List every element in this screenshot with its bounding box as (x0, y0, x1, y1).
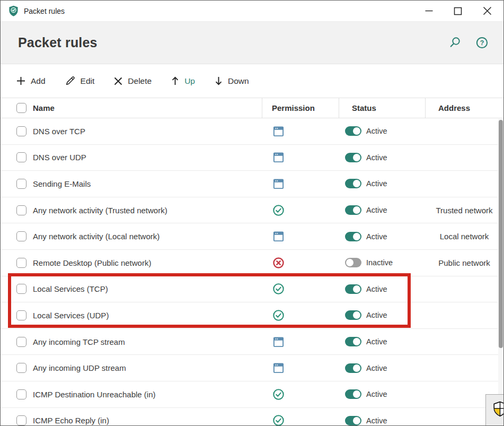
close-button[interactable] (481, 5, 493, 17)
help-icon[interactable]: ? (475, 37, 488, 49)
status-toggle[interactable] (345, 153, 361, 162)
app-window-icon (272, 336, 285, 348)
status-toggle[interactable] (345, 363, 361, 373)
allow-check-icon (272, 204, 285, 216)
app-window-icon (272, 151, 285, 163)
table-row[interactable]: Any network activity (Local network) (1, 223, 503, 250)
row-checkbox[interactable] (16, 231, 26, 241)
allow-check-icon (272, 414, 285, 425)
kaspersky-shield-icon (8, 5, 19, 17)
rule-name: DNS over TCP (33, 127, 85, 136)
table-row[interactable]: Remote Desktop (Public network) (1, 250, 503, 276)
select-all-checkbox[interactable] (16, 103, 26, 113)
row-checkbox[interactable] (16, 126, 26, 136)
row-checkbox[interactable] (16, 363, 26, 373)
row-checkbox[interactable] (16, 152, 26, 162)
maximize-button[interactable] (452, 5, 464, 17)
title-bar: Packet rules (1, 1, 503, 22)
delete-label: Delete (128, 76, 152, 86)
status-label: Active (366, 206, 387, 214)
x-icon (114, 77, 122, 85)
table-row[interactable]: ICMP Echo Reply (in) (1, 408, 503, 425)
arrow-down-icon (215, 76, 223, 85)
add-button[interactable]: Add (16, 76, 46, 86)
rule-address: Local network (440, 232, 489, 241)
rule-name: Any incoming TCP stream (33, 337, 125, 346)
rule-address: Public network (438, 258, 490, 267)
vertical-scrollbar[interactable] (498, 119, 503, 425)
rule-name: Sending E-Mails (33, 179, 91, 188)
down-label: Down (228, 76, 249, 86)
cursor-overlay (485, 394, 504, 426)
rule-name: ICMP Destination Unreachable (in) (33, 390, 156, 399)
rule-name: ICMP Echo Reply (in) (33, 416, 109, 425)
rule-address: Trusted network (436, 206, 493, 215)
table-row[interactable]: DNS over TCP (1, 118, 503, 145)
status-toggle[interactable] (345, 389, 361, 399)
move-up-button[interactable]: Up (171, 76, 195, 86)
add-label: Add (31, 76, 46, 86)
rule-name: DNS over UDP (33, 153, 86, 162)
move-down-button[interactable]: Down (215, 76, 249, 86)
table-row[interactable]: Any incoming UDP stream (1, 355, 503, 381)
page-title: Packet rules (18, 35, 98, 50)
rule-name: Remote Desktop (Public network) (33, 258, 151, 267)
plus-icon (16, 76, 25, 85)
status-label: Active (366, 416, 387, 425)
table-row[interactable]: Any incoming TCP stream (1, 329, 503, 355)
app-window-icon (272, 178, 285, 190)
row-checkbox[interactable] (16, 258, 26, 268)
table-row[interactable]: Any network activity (Trusted network) (1, 197, 503, 224)
table-row[interactable]: Sending E-Mails (1, 171, 503, 197)
edit-button[interactable]: Edit (65, 76, 95, 86)
status-toggle[interactable] (345, 258, 361, 267)
status-toggle[interactable] (345, 310, 361, 320)
row-checkbox[interactable] (16, 205, 26, 215)
svg-text:?: ? (480, 39, 484, 47)
status-toggle[interactable] (345, 205, 361, 215)
table-row[interactable]: DNS over UDP (1, 145, 503, 171)
packet-rules-window: Packet rules Packet rules (0, 0, 504, 426)
rule-name: Any network activity (Local network) (33, 232, 160, 241)
status-toggle[interactable] (345, 232, 361, 241)
column-permission: Permission (262, 98, 339, 118)
column-status: Status (339, 98, 425, 118)
rule-name: Any network activity (Trusted network) (33, 206, 167, 215)
row-checkbox[interactable] (16, 179, 26, 189)
table-row[interactable]: Local Services (UDP) (1, 302, 503, 329)
table-row[interactable]: ICMP Destination Unreachable (in) (1, 381, 503, 408)
delete-button[interactable]: Delete (114, 76, 152, 86)
row-checkbox[interactable] (16, 284, 26, 294)
status-label: Active (366, 179, 387, 188)
status-toggle[interactable] (345, 284, 361, 294)
allow-check-icon (272, 283, 285, 295)
page-header: Packet rules ? (1, 22, 503, 64)
status-label: Active (366, 153, 387, 162)
status-label: Active (366, 364, 387, 372)
status-toggle[interactable] (345, 179, 361, 188)
toolbar: Add Edit Delete Up Down (1, 64, 503, 98)
status-label: Active (366, 337, 387, 346)
rule-name: Local Services (TCP) (33, 284, 108, 293)
table-header: Name Permission Status Address (1, 98, 503, 118)
rule-name: Local Services (UDP) (33, 311, 109, 320)
arrow-up-icon (171, 76, 179, 85)
rule-name: Any incoming UDP stream (33, 363, 126, 372)
row-checkbox[interactable] (16, 415, 26, 425)
minimize-button[interactable] (423, 5, 435, 17)
pencil-icon (65, 76, 75, 86)
status-toggle[interactable] (345, 337, 361, 346)
row-checkbox[interactable] (16, 389, 26, 399)
status-label: Active (366, 390, 387, 398)
row-checkbox[interactable] (16, 310, 26, 320)
row-checkbox[interactable] (16, 337, 26, 347)
allow-check-icon (272, 388, 285, 401)
up-label: Up (184, 76, 195, 86)
app-window-icon (272, 125, 285, 137)
status-toggle[interactable] (345, 126, 361, 136)
table-row[interactable]: Local Services (TCP) (1, 276, 503, 303)
search-icon[interactable] (448, 37, 461, 49)
scrollbar-thumb[interactable] (499, 120, 503, 348)
edit-label: Edit (81, 76, 95, 86)
status-toggle[interactable] (345, 416, 361, 425)
